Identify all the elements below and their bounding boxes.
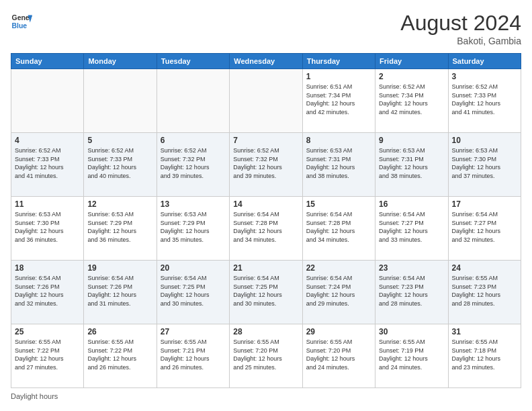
day-number: 22 [306, 263, 371, 273]
day-info: Sunrise: 6:52 AM Sunset: 7:34 PM Dayligh… [379, 83, 444, 116]
day-number: 8 [306, 136, 371, 145]
day-info: Sunrise: 6:55 AM Sunset: 7:18 PM Dayligh… [452, 338, 517, 371]
day-number: 5 [87, 136, 152, 145]
day-number: 17 [452, 199, 517, 209]
calendar-cell: 17Sunrise: 6:54 AM Sunset: 7:27 PM Dayli… [448, 197, 521, 261]
calendar-header-row: SundayMondayTuesdayWednesdayThursdayFrid… [11, 54, 521, 69]
calendar-cell [157, 69, 229, 133]
day-info: Sunrise: 6:53 AM Sunset: 7:30 PM Dayligh… [15, 210, 80, 244]
daylight-label: Daylight hours [11, 392, 58, 400]
calendar-cell: 11Sunrise: 6:53 AM Sunset: 7:30 PM Dayli… [11, 197, 84, 261]
day-number: 21 [233, 263, 298, 273]
day-info: Sunrise: 6:55 AM Sunset: 7:23 PM Dayligh… [452, 274, 517, 308]
calendar-cell: 6Sunrise: 6:52 AM Sunset: 7:32 PM Daylig… [157, 133, 229, 197]
day-info: Sunrise: 6:54 AM Sunset: 7:25 PM Dayligh… [161, 274, 226, 308]
day-number: 30 [379, 327, 444, 336]
day-info: Sunrise: 6:52 AM Sunset: 7:33 PM Dayligh… [15, 146, 80, 180]
calendar-cell: 1Sunrise: 6:51 AM Sunset: 7:34 PM Daylig… [302, 69, 375, 133]
calendar-cell [11, 69, 84, 133]
day-number: 11 [15, 199, 80, 209]
calendar-cell: 13Sunrise: 6:53 AM Sunset: 7:29 PM Dayli… [157, 197, 229, 261]
calendar-week-row: 25Sunrise: 6:55 AM Sunset: 7:22 PM Dayli… [11, 324, 521, 388]
day-number: 26 [87, 327, 152, 336]
calendar-cell: 15Sunrise: 6:54 AM Sunset: 7:28 PM Dayli… [302, 197, 375, 261]
calendar-week-row: 4Sunrise: 6:52 AM Sunset: 7:33 PM Daylig… [11, 133, 521, 197]
calendar-cell: 20Sunrise: 6:54 AM Sunset: 7:25 PM Dayli… [157, 261, 229, 324]
calendar-cell: 26Sunrise: 6:55 AM Sunset: 7:22 PM Dayli… [84, 324, 157, 388]
day-info: Sunrise: 6:51 AM Sunset: 7:34 PM Dayligh… [306, 83, 371, 116]
calendar-cell: 3Sunrise: 6:52 AM Sunset: 7:33 PM Daylig… [448, 69, 521, 133]
day-number: 19 [87, 263, 152, 273]
calendar-cell [84, 69, 157, 133]
day-number: 13 [161, 199, 226, 209]
calendar-cell: 2Sunrise: 6:52 AM Sunset: 7:34 PM Daylig… [375, 69, 448, 133]
day-info: Sunrise: 6:53 AM Sunset: 7:29 PM Dayligh… [87, 210, 152, 244]
location: Bakoti, Gambia [400, 36, 521, 46]
title-block: August 2024 Bakoti, Gambia [400, 11, 521, 46]
calendar-cell: 29Sunrise: 6:55 AM Sunset: 7:20 PM Dayli… [302, 324, 375, 388]
day-info: Sunrise: 6:55 AM Sunset: 7:22 PM Dayligh… [87, 338, 152, 371]
calendar-cell: 28Sunrise: 6:55 AM Sunset: 7:20 PM Dayli… [230, 324, 302, 388]
day-info: Sunrise: 6:55 AM Sunset: 7:19 PM Dayligh… [379, 338, 444, 371]
day-number: 1 [306, 72, 371, 81]
day-number: 18 [15, 263, 80, 273]
weekday-header: Sunday [11, 54, 84, 69]
weekday-header: Wednesday [230, 54, 302, 69]
calendar-cell: 14Sunrise: 6:54 AM Sunset: 7:28 PM Dayli… [230, 197, 302, 261]
day-info: Sunrise: 6:54 AM Sunset: 7:23 PM Dayligh… [379, 274, 444, 308]
day-number: 6 [161, 136, 226, 145]
day-number: 31 [452, 327, 517, 336]
day-info: Sunrise: 6:53 AM Sunset: 7:31 PM Dayligh… [379, 146, 444, 180]
calendar-cell: 8Sunrise: 6:53 AM Sunset: 7:31 PM Daylig… [302, 133, 375, 197]
calendar-cell: 22Sunrise: 6:54 AM Sunset: 7:24 PM Dayli… [302, 261, 375, 324]
day-info: Sunrise: 6:52 AM Sunset: 7:32 PM Dayligh… [161, 146, 226, 180]
day-number: 24 [452, 263, 517, 273]
svg-text:Blue: Blue [12, 22, 28, 30]
calendar-cell: 5Sunrise: 6:52 AM Sunset: 7:33 PM Daylig… [84, 133, 157, 197]
day-info: Sunrise: 6:54 AM Sunset: 7:26 PM Dayligh… [15, 274, 80, 308]
page: General Blue August 2024 Bakoti, Gambia … [0, 0, 532, 411]
calendar-cell: 16Sunrise: 6:54 AM Sunset: 7:27 PM Dayli… [375, 197, 448, 261]
day-info: Sunrise: 6:53 AM Sunset: 7:31 PM Dayligh… [306, 146, 371, 180]
day-number: 14 [233, 199, 298, 209]
day-info: Sunrise: 6:52 AM Sunset: 7:33 PM Dayligh… [452, 83, 517, 116]
weekday-header: Tuesday [157, 54, 229, 69]
weekday-header: Monday [84, 54, 157, 69]
day-number: 15 [306, 199, 371, 209]
day-info: Sunrise: 6:52 AM Sunset: 7:32 PM Dayligh… [233, 146, 298, 180]
day-info: Sunrise: 6:54 AM Sunset: 7:24 PM Dayligh… [306, 274, 371, 308]
weekday-header: Friday [375, 54, 448, 69]
day-number: 28 [233, 327, 298, 336]
calendar-cell: 25Sunrise: 6:55 AM Sunset: 7:22 PM Dayli… [11, 324, 84, 388]
day-number: 10 [452, 136, 517, 145]
day-info: Sunrise: 6:52 AM Sunset: 7:33 PM Dayligh… [87, 146, 152, 180]
logo-icon: General Blue [11, 11, 32, 32]
day-number: 9 [379, 136, 444, 145]
calendar-cell: 23Sunrise: 6:54 AM Sunset: 7:23 PM Dayli… [375, 261, 448, 324]
day-number: 27 [161, 327, 226, 336]
month-year: August 2024 [400, 11, 521, 36]
calendar-cell: 12Sunrise: 6:53 AM Sunset: 7:29 PM Dayli… [84, 197, 157, 261]
footer: Daylight hours [11, 392, 521, 400]
weekday-header: Saturday [448, 54, 521, 69]
day-number: 25 [15, 327, 80, 336]
calendar-cell [230, 69, 302, 133]
day-info: Sunrise: 6:54 AM Sunset: 7:28 PM Dayligh… [233, 210, 298, 244]
day-number: 20 [161, 263, 226, 273]
day-info: Sunrise: 6:55 AM Sunset: 7:20 PM Dayligh… [233, 338, 298, 371]
day-number: 3 [452, 72, 517, 81]
day-info: Sunrise: 6:54 AM Sunset: 7:26 PM Dayligh… [87, 274, 152, 308]
day-number: 16 [379, 199, 444, 209]
calendar-cell: 7Sunrise: 6:52 AM Sunset: 7:32 PM Daylig… [230, 133, 302, 197]
day-info: Sunrise: 6:54 AM Sunset: 7:27 PM Dayligh… [379, 210, 444, 244]
day-info: Sunrise: 6:54 AM Sunset: 7:25 PM Dayligh… [233, 274, 298, 308]
day-info: Sunrise: 6:55 AM Sunset: 7:20 PM Dayligh… [306, 338, 371, 371]
day-number: 29 [306, 327, 371, 336]
day-number: 2 [379, 72, 444, 81]
calendar-cell: 4Sunrise: 6:52 AM Sunset: 7:33 PM Daylig… [11, 133, 84, 197]
calendar-cell: 9Sunrise: 6:53 AM Sunset: 7:31 PM Daylig… [375, 133, 448, 197]
day-info: Sunrise: 6:54 AM Sunset: 7:28 PM Dayligh… [306, 210, 371, 244]
calendar-cell: 21Sunrise: 6:54 AM Sunset: 7:25 PM Dayli… [230, 261, 302, 324]
logo: General Blue [11, 11, 32, 32]
weekday-header: Thursday [302, 54, 375, 69]
